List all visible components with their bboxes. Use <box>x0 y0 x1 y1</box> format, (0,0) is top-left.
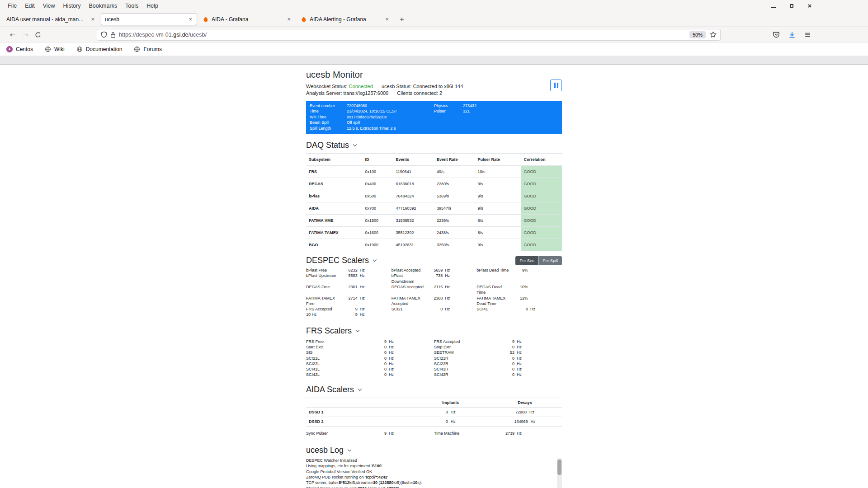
scaler-cell: FATIMA TAMEX Free2714Hz <box>306 296 392 307</box>
ucesb-log-heading[interactable]: ucesb Log <box>306 446 562 455</box>
info-row: Spill Length12.5 s, Extraction Time: 2 s <box>310 126 434 131</box>
table-cell: 0x1900 <box>363 239 393 251</box>
table-cell: 0x1500 <box>363 215 393 227</box>
tab-close-icon[interactable]: × <box>384 16 390 23</box>
despec-scalers-heading[interactable]: DESPEC Scalers Per Sec Per Spill <box>306 256 562 265</box>
menu-edit[interactable]: Edit <box>21 1 39 11</box>
status-line-2: Analysis Server: trans://lxg1257:6000 Cl… <box>306 90 562 97</box>
scaler-value: 0 <box>498 372 514 377</box>
url-bar[interactable]: https://despec-vm-01.gsi.de/ucesb/ 50% <box>97 29 721 41</box>
correlation-status-badge: GOOD <box>521 227 562 239</box>
frs-scalers-heading[interactable]: FRS Scalers <box>306 326 562 336</box>
scaler-cell: bPlast Accepted5659Hz <box>392 267 477 273</box>
per-sec-button[interactable]: Per Sec <box>515 256 538 265</box>
hamburger-menu-icon[interactable] <box>804 32 811 38</box>
shield-icon[interactable] <box>101 31 107 38</box>
scaler-cell: DEGAS Dead Time10% <box>476 284 562 296</box>
bookmark-documentation[interactable]: Documentation <box>76 46 123 52</box>
zoom-level-badge[interactable]: 50% <box>689 31 706 38</box>
table-cell: 0x1600 <box>363 227 393 239</box>
scaler-label: SCI21 <box>392 306 427 312</box>
scaler-label: SCI42L <box>306 372 370 377</box>
info-label: Event number <box>310 103 347 108</box>
info-value: 321 <box>463 108 470 114</box>
scaler-cell: SIS0Hz <box>306 350 434 355</box>
scaler-value: 0 <box>498 361 514 366</box>
table-row: DSSD 10Hz72988Hz <box>306 407 562 417</box>
scaler-cell: bPlast Upstream5583Hz <box>306 273 392 284</box>
implants-value: 0Hz <box>414 417 488 426</box>
menu-bookmarks[interactable]: Bookmarks <box>85 1 121 11</box>
scaler-value: 9 <box>341 306 358 312</box>
scaler-label: SCI22R <box>434 361 498 366</box>
daq-status-heading[interactable]: DAQ Status <box>306 141 562 150</box>
scaler-unit: Hz <box>360 306 370 312</box>
aida-scalers-heading[interactable]: AIDA Scalers <box>306 385 562 394</box>
table-cell: 477160392 <box>393 202 434 215</box>
menu-history[interactable]: History <box>59 1 85 11</box>
per-spill-button[interactable]: Per Spill <box>538 256 562 265</box>
reload-icon[interactable] <box>32 32 44 38</box>
scaler-cell: Stop Extr.0Hz <box>434 344 562 350</box>
tab-close-icon[interactable]: × <box>188 16 193 23</box>
scaler-row: SCI21L0HzSCI21R0Hz <box>306 356 562 361</box>
close-button[interactable]: × <box>807 3 813 9</box>
chevron-down-icon <box>356 328 359 332</box>
forward-icon[interactable]: → <box>19 31 32 39</box>
tab-close-icon[interactable]: × <box>286 16 292 23</box>
scaler-cell: bPlast Dead Time9% <box>476 267 562 273</box>
tab-aida[interactable]: AIDA user manual - aida_man...× <box>3 13 99 25</box>
table-cell: 1190641 <box>393 166 434 178</box>
scaler-row: DEGAS Free2361HzDEGAS Accepted2115HzDEGA… <box>306 284 562 296</box>
scaler-label: SCI21R <box>434 356 498 361</box>
scaler-cell: Sync Pulser9Hz <box>306 431 434 436</box>
log-text: tcp://*:4242 <box>366 475 387 479</box>
menu-file[interactable]: File <box>4 1 21 11</box>
column-header: Correlation <box>521 154 562 166</box>
scaler-unit: Hz <box>389 344 399 350</box>
scaler-cell: SCI41R0Hz <box>434 366 562 372</box>
table-row: FATIMA TAMEX0x1600355123922438/s8/sGOOD <box>306 227 562 239</box>
table-cell: 9/s <box>475 178 521 190</box>
centos-icon <box>6 46 13 52</box>
back-icon[interactable]: ← <box>6 31 19 39</box>
scaler-label: SCI21L <box>306 356 370 361</box>
menu-help[interactable]: Help <box>142 1 162 11</box>
scaler-row: FRS Accepted9HzSCI210HzSCI410Hz <box>306 306 562 312</box>
bookmark-forums[interactable]: Forums <box>134 46 162 52</box>
tab-title: AIDA - Grafana <box>212 16 283 23</box>
log-scrollbar-thumb[interactable] <box>557 460 561 475</box>
new-tab-button[interactable]: + <box>395 15 409 24</box>
menu-tools[interactable]: Tools <box>121 1 142 11</box>
log-scrollbar[interactable] <box>557 458 562 488</box>
minimize-button[interactable] <box>770 3 777 9</box>
menu-view[interactable]: View <box>39 1 59 11</box>
log-text: s): <box>417 480 422 485</box>
table-cell: 35512392 <box>393 227 434 239</box>
bookmark-centos[interactable]: Centos <box>6 46 33 52</box>
bookmark-star-icon[interactable] <box>710 31 717 38</box>
pause-button[interactable] <box>550 80 562 91</box>
maximize-button[interactable] <box>788 3 795 9</box>
info-row: Pulser321 <box>434 108 558 114</box>
scaler-row: SIS0HzSEETRAM52Hz <box>306 350 562 355</box>
scaler-cell: SCI42L0Hz <box>306 372 434 377</box>
scaler-value: 0 <box>446 419 448 424</box>
lock-icon[interactable] <box>110 32 116 38</box>
scaler-row: 10 Hz9Hz <box>306 312 562 317</box>
tab-aida[interactable]: AIDA - Grafana× <box>199 13 295 25</box>
tab-close-icon[interactable]: × <box>90 16 95 23</box>
scaler-label: bPlast Downstream <box>392 273 427 284</box>
tab-ucesb[interactable]: ucesb× <box>101 13 197 25</box>
scaler-value: 0 <box>370 372 387 377</box>
url-text: https://despec-vm-01.gsi.de/ucesb/ <box>119 32 689 38</box>
table-row: FATIMA VME0x1500315365322239/s8/sGOOD <box>306 215 562 227</box>
table-cell: 61636018 <box>393 178 434 190</box>
menu-items: FileEditViewHistoryBookmarksToolsHelp <box>4 1 162 11</box>
scaler-row: Sync Pulser9HzTime Machine2739Hz <box>306 431 562 436</box>
download-icon[interactable] <box>788 31 796 38</box>
tab-aida[interactable]: AIDA Alerting - Grafana× <box>297 13 393 25</box>
scaler-cell: DEGAS Free2361Hz <box>306 284 392 296</box>
pocket-icon[interactable] <box>773 31 780 38</box>
bookmark-wiki[interactable]: Wiki <box>45 46 65 52</box>
